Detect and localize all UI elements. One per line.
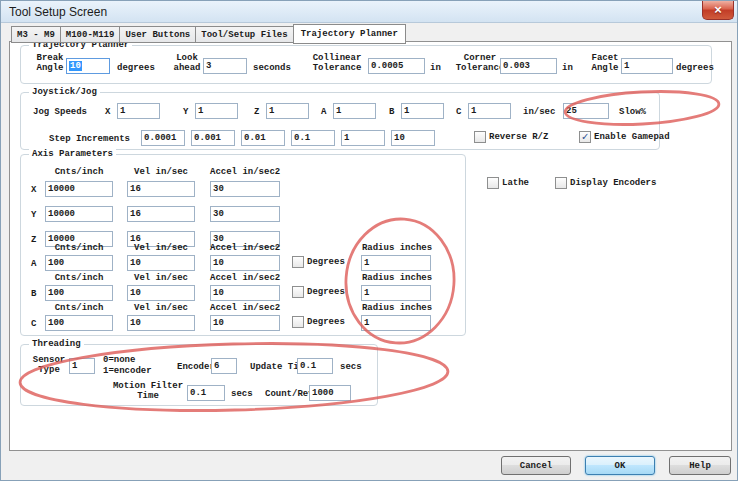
facet-angle-unit: degrees: [676, 63, 714, 73]
b-cnts-field[interactable]: [45, 285, 113, 301]
cnts-header-c: Cnts/inch: [45, 303, 113, 313]
jog-speed-b-field[interactable]: [401, 103, 444, 119]
x-accel-field[interactable]: [210, 181, 280, 197]
step-increment-1-field[interactable]: [141, 130, 185, 146]
jog-axis-a-label: A: [321, 107, 326, 117]
tab-strip: M3 - M9 M100-M119 User Buttons Tool/Setu…: [11, 24, 406, 43]
c-accel-field[interactable]: [210, 315, 280, 331]
tab-m3-m9[interactable]: M3 - M9: [11, 26, 60, 43]
b-degrees-checkbox[interactable]: Degrees: [292, 286, 345, 298]
jog-axis-b-label: B: [389, 107, 394, 117]
step-increments-label: Step Increments: [49, 134, 130, 144]
joystick-jog-group-label: Joystick/Jog: [29, 87, 100, 97]
sensor-hint-line2: 1=encoder: [103, 366, 152, 376]
vel-header-c: Vel in/sec: [127, 303, 195, 313]
c-cnts-field[interactable]: [45, 315, 113, 331]
enable-gamepad-label: Enable Gamepad: [594, 132, 670, 142]
slow-percent-field[interactable]: [563, 103, 609, 119]
encoder-field[interactable]: [211, 358, 237, 374]
cnts-header: Cnts/inch: [45, 167, 113, 177]
axis-z-label: Z: [31, 235, 36, 245]
checkbox-box: [487, 177, 499, 189]
radius-header-c: Radius inches: [357, 303, 437, 313]
facet-angle-field[interactable]: [621, 58, 673, 74]
close-button[interactable]: ×: [702, 1, 734, 20]
a-vel-field[interactable]: [127, 255, 195, 271]
jog-speed-x-field[interactable]: [117, 103, 160, 119]
display-encoders-label: Display Encoders: [570, 178, 656, 188]
jog-speeds-label: Jog Speeds: [33, 107, 87, 117]
reverse-rz-checkbox[interactable]: Reverse R/Z: [474, 131, 548, 143]
jog-speed-c-field[interactable]: [468, 103, 511, 119]
ok-button[interactable]: OK: [585, 456, 655, 475]
checkbox-box: [292, 256, 304, 268]
lathe-checkbox[interactable]: Lathe: [487, 177, 529, 189]
title-bar[interactable]: Tool Setup Screen ×: [1, 1, 737, 23]
radius-header-b: Radius inches: [357, 273, 437, 283]
radius-header-a: Radius inches: [357, 243, 437, 253]
accel-header-a: Accel in/sec2: [210, 243, 280, 253]
sensor-hint-line1: 0=none: [103, 355, 135, 365]
look-ahead-field[interactable]: [203, 58, 247, 74]
threading-group: Threading Sensor Type 0=none 1=encoder E…: [20, 344, 378, 406]
b-accel-field[interactable]: [210, 285, 280, 301]
y-cnts-field[interactable]: [45, 206, 113, 222]
checkbox-box: [555, 177, 567, 189]
jog-axis-c-label: C: [456, 107, 461, 117]
help-button[interactable]: Help: [669, 456, 731, 475]
x-cnts-field[interactable]: [45, 181, 113, 197]
step-increment-2-field[interactable]: [191, 130, 235, 146]
window-title: Tool Setup Screen: [9, 5, 107, 19]
tab-tool-setup-files[interactable]: Tool/Setup Files: [195, 26, 292, 43]
jog-axis-y-label: Y: [183, 107, 188, 117]
axis-a-label: A: [31, 259, 36, 269]
y-vel-field[interactable]: [127, 206, 195, 222]
c-degrees-checkbox[interactable]: Degrees: [292, 316, 345, 328]
axis-y-label: Y: [31, 210, 36, 220]
jog-speed-a-field[interactable]: [333, 103, 376, 119]
c-vel-field[interactable]: [127, 315, 195, 331]
trajectory-planner-group: Trajectory Planner Break Angle 10 degree…: [20, 45, 712, 84]
sensor-type-field[interactable]: [69, 358, 95, 374]
tab-m100-m119[interactable]: M100-M119: [60, 26, 120, 43]
checkbox-box: [292, 316, 304, 328]
collinear-tolerance-label: Collinear Tolerance: [306, 53, 368, 73]
c-radius-field[interactable]: [361, 315, 431, 331]
jog-speed-y-field[interactable]: [195, 103, 238, 119]
b-vel-field[interactable]: [127, 285, 195, 301]
joystick-jog-group: Joystick/Jog Jog Speeds X Y Z A B C in/s…: [20, 92, 660, 150]
step-increment-6-field[interactable]: [391, 130, 435, 146]
break-angle-unit: degrees: [117, 63, 155, 73]
a-cnts-field[interactable]: [45, 255, 113, 271]
encoder-label: Encoder: [177, 362, 215, 372]
enable-gamepad-checkbox[interactable]: ✓ Enable Gamepad: [579, 131, 670, 143]
jog-speed-z-field[interactable]: [266, 103, 309, 119]
corner-tolerance-field[interactable]: [500, 58, 557, 74]
step-increment-4-field[interactable]: [291, 130, 335, 146]
tab-trajectory-planner[interactable]: Trajectory Planner: [293, 24, 406, 44]
update-time-field[interactable]: [297, 358, 333, 374]
step-increment-5-field[interactable]: [341, 130, 385, 146]
a-accel-field[interactable]: [210, 255, 280, 271]
collinear-tolerance-field[interactable]: [368, 58, 425, 74]
a-radius-field[interactable]: [361, 255, 431, 271]
vel-header-b: Vel in/sec: [127, 273, 195, 283]
cancel-button[interactable]: Cancel: [501, 456, 571, 475]
check-icon: ✓: [582, 132, 589, 142]
y-accel-field[interactable]: [210, 206, 280, 222]
b-degrees-label: Degrees: [307, 287, 345, 297]
axis-c-label: C: [31, 319, 36, 329]
c-degrees-label: Degrees: [307, 317, 345, 327]
display-encoders-checkbox[interactable]: Display Encoders: [555, 177, 656, 189]
break-angle-field[interactable]: 10: [66, 58, 110, 74]
axis-x-label: X: [31, 185, 36, 195]
step-increment-3-field[interactable]: [241, 130, 285, 146]
b-radius-field[interactable]: [361, 285, 431, 301]
a-degrees-checkbox[interactable]: Degrees: [292, 256, 345, 268]
cnts-header-b: Cnts/inch: [45, 273, 113, 283]
checkbox-box: [292, 286, 304, 298]
tab-user-buttons[interactable]: User Buttons: [119, 26, 195, 43]
count-rev-field[interactable]: [309, 385, 351, 401]
x-vel-field[interactable]: [127, 181, 195, 197]
motion-filter-field[interactable]: [187, 385, 225, 401]
